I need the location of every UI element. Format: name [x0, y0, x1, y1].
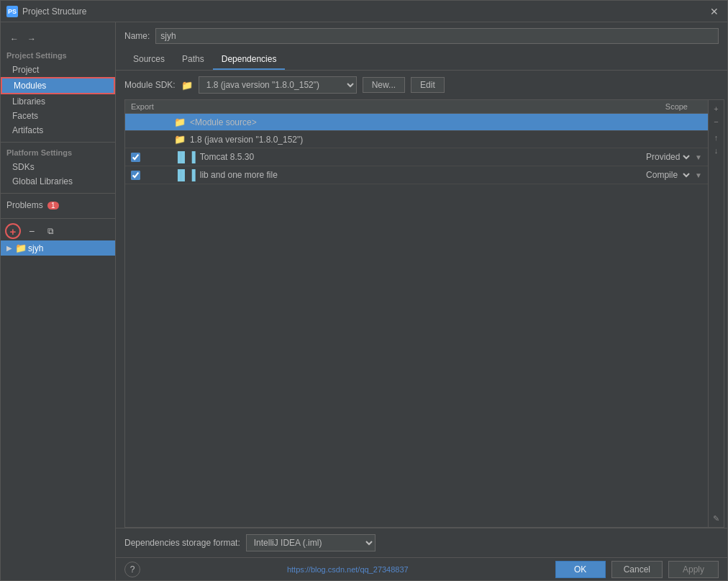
- add-module-button[interactable]: +: [5, 223, 21, 239]
- storage-row: Dependencies storage format: IntelliJ ID…: [116, 528, 727, 557]
- module-tree-section: + − ⧉ ▶ 📁 sjyh: [1, 218, 115, 256]
- sidebar-divider: [1, 142, 115, 143]
- ok-button[interactable]: OK: [555, 561, 606, 578]
- lib-scope-select[interactable]: Compile Provided Test Runtime: [643, 169, 692, 181]
- url-label: https://blog.csdn.net/qq_27348837: [287, 565, 409, 574]
- remove-module-button[interactable]: −: [24, 223, 40, 239]
- name-col-2: 📁 1.8 (java version "1.8.0_152"): [174, 134, 616, 145]
- app-icon: PS: [6, 6, 18, 17]
- scope-dropdown-arrow: ▼: [695, 153, 702, 161]
- name-row: Name:: [116, 22, 727, 50]
- move-down-button[interactable]: ↓: [711, 145, 722, 156]
- remove-dep-button[interactable]: −: [711, 116, 722, 127]
- export-col-3: [131, 153, 174, 162]
- name-input[interactable]: [155, 28, 719, 44]
- help-button[interactable]: ?: [124, 562, 140, 577]
- sidebar-item-artifacts[interactable]: Artifacts: [1, 123, 115, 138]
- name-col-3: ▐▌▐ Tomcat 8.5.30: [174, 151, 616, 163]
- tomcat-icon: ▐▌▐: [174, 151, 196, 163]
- header-scope: Scope: [630, 102, 702, 111]
- header-export: Export: [131, 102, 174, 111]
- sdk-select[interactable]: 1.8 (java version "1.8.0_152"): [199, 76, 357, 94]
- sdk-folder-icon: 📁: [181, 80, 193, 91]
- module-name: sjyh: [28, 243, 43, 253]
- sidebar-divider-2: [1, 193, 115, 194]
- sdk-edit-button[interactable]: Edit: [411, 77, 445, 93]
- tree-arrow-icon: ▶: [6, 244, 12, 252]
- project-structure-dialog: PS Project Structure ✕ ← → Project Setti…: [0, 0, 728, 581]
- add-dep-button[interactable]: +: [711, 103, 722, 114]
- project-settings-label: Project Settings: [1, 50, 115, 63]
- name-col-1: 📁 <Module source>: [174, 117, 616, 127]
- tomcat-scope-select[interactable]: Provided Compile Test Runtime: [643, 151, 692, 163]
- tab-paths[interactable]: Paths: [173, 50, 213, 70]
- sdk-new-button[interactable]: New...: [363, 77, 405, 93]
- header-name: [174, 102, 630, 111]
- tabs-row: Sources Paths Dependencies: [116, 50, 727, 71]
- main-panel: Name: Sources Paths Dependencies Module …: [116, 22, 727, 580]
- window-title: Project Structure: [22, 6, 707, 17]
- table-row[interactable]: ▐▌▐ lib and one more file Compile Provid…: [125, 166, 708, 184]
- scope-col-3[interactable]: Provided Compile Test Runtime ▼: [616, 151, 702, 163]
- tab-dependencies[interactable]: Dependencies: [213, 50, 286, 70]
- name-col-4: ▐▌▐ lib and one more file: [174, 169, 616, 181]
- table-area: Export Scope 📁 <Module source>: [124, 99, 724, 528]
- platform-settings-label: Platform Settings: [1, 147, 115, 160]
- table-row[interactable]: 📁 <Module source>: [125, 114, 708, 131]
- name-label: Name:: [124, 31, 150, 41]
- sidebar-item-libraries[interactable]: Libraries: [1, 94, 115, 109]
- sidebar-item-modules[interactable]: Modules: [1, 77, 115, 94]
- title-bar: PS Project Structure ✕: [1, 1, 727, 22]
- close-button[interactable]: ✕: [707, 4, 722, 19]
- cancel-button[interactable]: Cancel: [611, 561, 663, 578]
- tomcat-checkbox[interactable]: [131, 153, 140, 162]
- scope-col-4[interactable]: Compile Provided Test Runtime ▼: [616, 169, 702, 181]
- sdk-label: Module SDK:: [124, 80, 176, 90]
- export-col-4: [131, 171, 174, 180]
- table-row[interactable]: 📁 1.8 (java version "1.8.0_152"): [125, 131, 708, 148]
- module-tree-item[interactable]: ▶ 📁 sjyh: [1, 240, 115, 256]
- copy-module-button[interactable]: ⧉: [42, 223, 58, 239]
- tab-sources[interactable]: Sources: [124, 50, 173, 70]
- back-button[interactable]: ←: [6, 31, 22, 47]
- sidebar-item-facets[interactable]: Facets: [1, 109, 115, 123]
- storage-label: Dependencies storage format:: [124, 538, 240, 548]
- lib-checkbox[interactable]: [131, 171, 140, 180]
- lib-icon: ▐▌▐: [174, 169, 196, 181]
- module-toolbar: + − ⧉: [1, 222, 115, 240]
- move-up-button[interactable]: ↑: [711, 132, 722, 143]
- sidebar-item-sdks[interactable]: SDKs: [1, 160, 115, 174]
- edit-dep-button[interactable]: ✎: [711, 513, 722, 524]
- table-side-buttons: + − ↑ ↓ ✎: [709, 99, 724, 528]
- main-content: ← → Project Settings Project Modules Lib…: [1, 22, 727, 580]
- sidebar: ← → Project Settings Project Modules Lib…: [1, 22, 116, 580]
- bottom-bar: ? https://blog.csdn.net/qq_27348837 OK C…: [116, 557, 727, 580]
- table-header: Export Scope: [125, 100, 708, 114]
- table-row[interactable]: ▐▌▐ Tomcat 8.5.30 Provided Compile Test …: [125, 148, 708, 166]
- storage-select[interactable]: IntelliJ IDEA (.iml): [246, 534, 376, 551]
- sdk-row: Module SDK: 📁 1.8 (java version "1.8.0_1…: [116, 71, 727, 99]
- module-source-icon: 📁: [174, 117, 186, 127]
- sidebar-item-global-libraries[interactable]: Global Libraries: [1, 174, 115, 189]
- jdk-icon: 📁: [174, 134, 186, 145]
- nav-toolbar: ← →: [1, 28, 115, 50]
- lib-scope-arrow: ▼: [695, 171, 702, 179]
- apply-button[interactable]: Apply: [668, 561, 719, 578]
- sidebar-item-project[interactable]: Project: [1, 63, 115, 77]
- problems-badge: 1: [47, 202, 59, 210]
- table-body: 📁 <Module source> 📁 1.8 (java version "1…: [125, 114, 708, 527]
- module-folder-icon: 📁: [15, 243, 27, 253]
- sidebar-item-problems[interactable]: Problems 1: [1, 198, 115, 212]
- dep-table-container: Export Scope 📁 <Module source>: [124, 99, 709, 528]
- forward-button[interactable]: →: [24, 31, 40, 47]
